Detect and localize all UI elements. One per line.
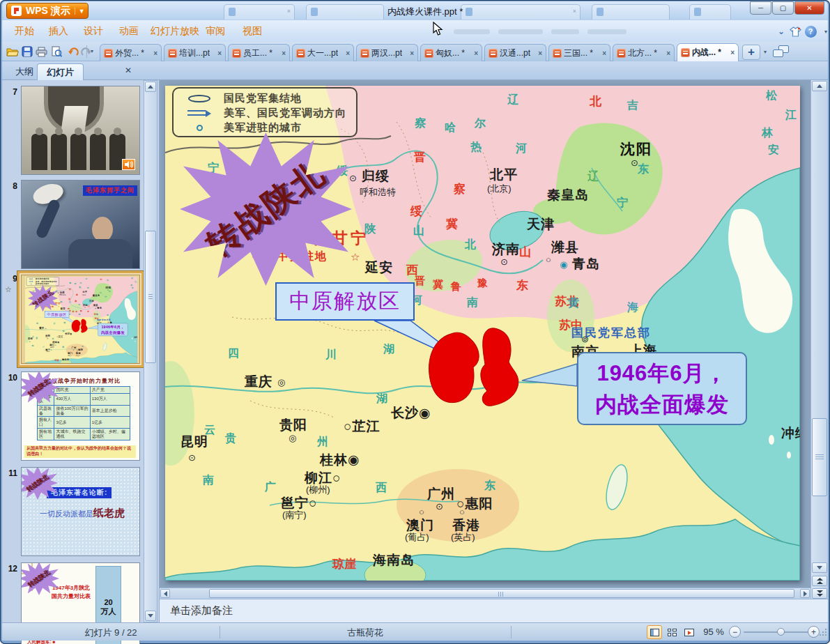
- table-cell: 武器装备: [38, 405, 54, 417]
- arrows-symbol-icon: [180, 109, 218, 118]
- doc-tab[interactable]: 外贸... *×: [100, 44, 162, 61]
- chevron-down-icon[interactable]: ▼: [75, 8, 85, 15]
- minimize-button[interactable]: ─: [750, 1, 771, 15]
- doc-tab-label: 员工... *: [243, 47, 272, 59]
- background-doc-tab[interactable]: ×: [224, 4, 295, 20]
- table-cell: 拥有地区: [38, 429, 54, 440]
- tab-close-icon[interactable]: ×: [474, 49, 478, 57]
- next-slide-button[interactable]: [812, 588, 827, 599]
- collapse-ribbon-button[interactable]: ⌄: [774, 24, 788, 38]
- main-slide-map[interactable]: 国民党军集结地美军、国民党军调动方向美军进驻的城市⊙归绥呼和浩特北平(北京)秦皇…: [165, 86, 800, 581]
- close-button[interactable]: ✕: [794, 1, 824, 15]
- horizontal-scrollbar[interactable]: [160, 588, 810, 599]
- skin-button[interactable]: [788, 24, 802, 38]
- tab-close-icon[interactable]: ×: [730, 49, 735, 56]
- menu-item[interactable]: 审阅: [206, 25, 225, 38]
- doc-tab[interactable]: 大一...pt×: [292, 44, 354, 61]
- animation-indicator[interactable]: ☆: [5, 285, 12, 294]
- zoom-slider-thumb[interactable]: [777, 628, 785, 636]
- resize-grip[interactable]: [818, 629, 827, 637]
- tab-close-icon[interactable]: ×: [282, 49, 286, 57]
- background-doc-tab[interactable]: [592, 4, 670, 20]
- background-doc-tab[interactable]: [306, 4, 384, 20]
- scroll-right-button[interactable]: [800, 589, 810, 598]
- thumbnail-banner: 毛泽东挥手之间: [83, 185, 137, 196]
- tab-close-icon[interactable]: ×: [217, 49, 222, 57]
- menu-item[interactable]: 幻灯片放映: [151, 25, 199, 38]
- callout-liberated-area[interactable]: 中原解放区: [275, 282, 415, 321]
- circle-symbol-icon: [28, 284, 35, 285]
- doc-tab[interactable]: 匈奴... *×: [420, 44, 482, 61]
- tab-slides[interactable]: 幻灯片: [37, 63, 84, 80]
- wps-app-button[interactable]: WPS 演示 ▼: [6, 3, 89, 19]
- scroll-up-button[interactable]: [812, 81, 827, 91]
- slideshow-button[interactable]: [682, 625, 697, 639]
- slide-thumbnail[interactable]: 国民党军集结地美军、国民党军调动方向美军进驻的城市⊙归绥呼和浩特北平(北京)秦皇…: [21, 275, 140, 364]
- tab-list-dropdown[interactable]: ▾: [764, 49, 767, 55]
- toolbar-more-dropdown[interactable]: ▾: [91, 48, 93, 54]
- background-doc-tab[interactable]: [689, 4, 731, 20]
- window-switch-button[interactable]: [773, 45, 790, 59]
- document-icon: [694, 8, 701, 16]
- tab-close-icon[interactable]: ×: [666, 49, 670, 57]
- scrollbar-thumb[interactable]: [209, 589, 794, 598]
- notes-area[interactable]: 单击添加备注: [160, 599, 828, 622]
- maximize-button[interactable]: ▢: [772, 1, 794, 15]
- close-icon[interactable]: ×: [287, 8, 291, 15]
- more-dropdown[interactable]: ▾: [819, 24, 830, 38]
- doc-tab[interactable]: 北方... *×: [613, 44, 675, 61]
- doc-tab[interactable]: 三国... *×: [548, 44, 610, 61]
- print-preview-button[interactable]: [49, 44, 63, 59]
- scroll-up-button[interactable]: [145, 82, 156, 92]
- thumbnail-banner: 毛泽东著名论断:: [47, 487, 112, 498]
- background-doc-tab[interactable]: ×: [461, 4, 581, 20]
- sidebar-scrollbar[interactable]: [144, 80, 157, 622]
- slide-sorter-button[interactable]: [664, 625, 679, 639]
- doc-tab[interactable]: 培训...pt×: [164, 44, 226, 61]
- panel-close-icon[interactable]: ✕: [125, 66, 132, 75]
- bar-unit: 万人: [101, 606, 116, 617]
- print-button[interactable]: [34, 44, 49, 59]
- photo-arm: [35, 198, 61, 239]
- menu-item[interactable]: 设计: [84, 25, 103, 38]
- normal-view-button[interactable]: [647, 625, 662, 639]
- doc-tab[interactable]: 两汉...pt×: [356, 44, 418, 61]
- tab-close-icon[interactable]: ×: [602, 49, 606, 57]
- previous-slide-button[interactable]: [812, 576, 827, 586]
- close-icon[interactable]: ×: [573, 8, 576, 15]
- menu-item[interactable]: 动画: [119, 25, 139, 38]
- doc-tab-label: 北方... *: [628, 47, 657, 59]
- tab-close-icon[interactable]: ×: [410, 49, 414, 57]
- tab-close-icon[interactable]: ×: [538, 49, 542, 57]
- theme-name[interactable]: 古瓶荷花: [220, 627, 511, 639]
- doc-tab-label: 大一...pt: [307, 47, 338, 59]
- zoom-out-button[interactable]: −: [729, 626, 741, 638]
- scroll-down-button[interactable]: [145, 611, 156, 621]
- scrollbar-thumb[interactable]: [145, 231, 156, 363]
- menu-item[interactable]: 视图: [243, 25, 262, 38]
- tab-close-icon[interactable]: ×: [153, 49, 157, 57]
- map-legend[interactable]: 国民党军集结地美军、国民党军调动方向美军进驻的城市: [172, 87, 358, 137]
- slide-thumbnail[interactable]: 解放战争开始时的力量对比国民党共产党拥有军队430万人130万人武器装备接收10…: [21, 371, 140, 461]
- sound-icon[interactable]: [122, 159, 135, 170]
- doc-tab[interactable]: 内战... *×: [677, 43, 739, 61]
- doc-tab[interactable]: 员工... *×: [228, 44, 290, 61]
- callout-civil-war[interactable]: 1946年6月，内战全面爆发: [577, 352, 747, 425]
- menu-item[interactable]: 开始: [15, 25, 34, 38]
- tab-close-icon[interactable]: ×: [346, 49, 350, 57]
- slide-thumbnail[interactable]: [21, 86, 140, 175]
- slide-thumbnail[interactable]: 毛泽东挥手之间: [21, 180, 140, 269]
- doc-tab[interactable]: 汉通...pt×: [484, 44, 546, 61]
- scroll-left-button[interactable]: [160, 589, 170, 598]
- slide-thumbnail[interactable]: 毛泽东著名论断:一切反动派都是纸老虎转战陕北: [21, 467, 140, 556]
- doc-tab-label: 汉通...pt: [500, 47, 530, 59]
- new-tab-button[interactable]: +: [742, 45, 760, 60]
- scroll-down-button[interactable]: [812, 562, 827, 573]
- scrollbar-thumb[interactable]: [812, 418, 827, 496]
- help-button[interactable]: ?: [804, 24, 817, 38]
- save-button[interactable]: [20, 44, 34, 59]
- menu-item[interactable]: 插入: [49, 25, 68, 38]
- app-button-label: WPS 演示: [26, 5, 70, 17]
- vertical-scrollbar[interactable]: [810, 80, 828, 599]
- open-button[interactable]: [5, 44, 20, 59]
